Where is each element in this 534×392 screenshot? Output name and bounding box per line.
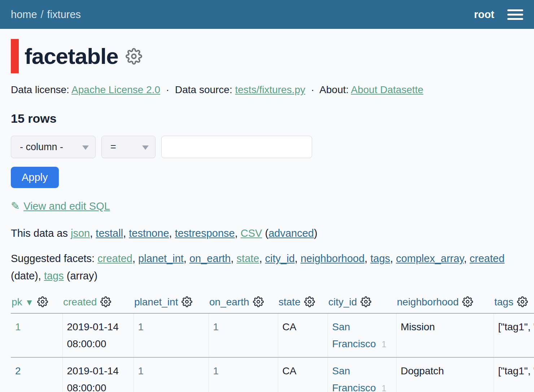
sort-descending-icon: ▼ (25, 297, 34, 307)
metadata-line: Data license: Apache License 2.0 · Data … (11, 84, 534, 96)
breadcrumb-home-link[interactable]: home (11, 9, 37, 20)
view-edit-sql-row: ✎View and edit SQL (11, 200, 534, 212)
filter-column-selected-value: - column - (20, 141, 63, 153)
export-link-testresponse[interactable]: testresponse (175, 227, 235, 239)
about-label: About: (319, 84, 349, 95)
export-links-row: This data as json, testall, testnone, te… (11, 227, 534, 239)
apply-button[interactable]: Apply (11, 167, 59, 188)
export-link-advanced[interactable]: advanced (268, 227, 314, 239)
view-edit-sql-link[interactable]: View and edit SQL (23, 200, 110, 212)
dot-separator: · (166, 84, 169, 95)
column-cog-icon[interactable] (181, 296, 192, 307)
row-count-heading: 15 rows (11, 112, 534, 126)
breadcrumb-separator: / (41, 9, 44, 20)
separator: , (169, 227, 175, 239)
suggested-facets-row: Suggested facets: created, planet_int, o… (11, 250, 527, 285)
cell-tags: ["tag1", "tag3"] (494, 357, 534, 392)
column-cog-icon[interactable] (253, 296, 264, 307)
column-header-state-link[interactable]: state (279, 296, 301, 308)
facet-link-created[interactable]: created (97, 253, 132, 264)
license-label: Data license: (11, 84, 69, 95)
column-header-planet-int: planet_int (134, 293, 209, 313)
export-link-testall[interactable]: testall (96, 227, 123, 239)
table-row: 2 2019-01-14 08:00:00 1 1 CA San Francis… (11, 357, 534, 392)
about-link[interactable]: About Datasette (351, 84, 424, 95)
cell-city-id: San Francisco 1 (328, 313, 396, 357)
column-header-city-id-link[interactable]: city_id (328, 296, 357, 308)
city-id-link[interactable]: San Francisco (332, 321, 376, 349)
cell-state: CA (278, 313, 328, 357)
facet-link-tags[interactable]: tags (370, 253, 390, 264)
facet-link-tags-array[interactable]: tags (44, 270, 64, 282)
facet-link-state[interactable]: state (237, 253, 259, 264)
logged-in-user-label: root (474, 9, 494, 21)
cell-planet-int: 1 (134, 357, 209, 392)
column-cog-icon[interactable] (360, 296, 371, 307)
column-cog-icon[interactable] (100, 296, 111, 307)
source-link[interactable]: tests/fixtures.py (235, 84, 306, 95)
column-header-planet-int-link[interactable]: planet_int (134, 296, 178, 308)
column-cog-icon[interactable] (304, 296, 315, 307)
breadcrumb: home/fixtures (11, 9, 81, 21)
separator: , (259, 253, 265, 264)
table-settings-gear-icon[interactable] (126, 48, 142, 65)
hamburger-menu-icon[interactable] (507, 9, 523, 20)
table-header-row: pk▼ created planet_int on_earth state ci… (11, 293, 534, 313)
separator: , (184, 253, 189, 264)
page-title-row: facetable (11, 39, 534, 73)
separator: (array) (64, 270, 97, 282)
export-link-testnone[interactable]: testnone (129, 227, 169, 239)
column-header-pk-link[interactable]: pk (12, 296, 22, 308)
facet-link-neighborhood[interactable]: neighborhood (301, 253, 364, 264)
export-link-csv[interactable]: CSV (241, 227, 262, 239)
column-header-on-earth-link[interactable]: on_earth (209, 296, 249, 308)
separator: , (90, 227, 96, 239)
column-header-tags: tags (494, 293, 534, 313)
row-pk-link[interactable]: 1 (15, 321, 21, 332)
filter-operator-selected-value: = (110, 141, 116, 153)
cell-planet-int: 1 (134, 313, 209, 357)
cell-neighborhood: Dogpatch (396, 357, 494, 392)
export-prefix: This data as (11, 227, 71, 239)
column-header-city-id: city_id (328, 293, 396, 313)
row-pk-link[interactable]: 2 (15, 365, 21, 376)
column-header-created-link[interactable]: created (63, 296, 97, 308)
column-cog-icon[interactable] (517, 296, 528, 307)
export-link-json[interactable]: json (71, 227, 90, 239)
dot-separator: · (311, 84, 314, 95)
city-id-link[interactable]: San Francisco (332, 365, 376, 392)
cell-state: CA (278, 357, 328, 392)
cell-on-earth: 1 (209, 313, 278, 357)
city-id-count-badge: 1 (382, 340, 386, 349)
cell-created: 2019-01-14 08:00:00 (62, 357, 134, 392)
cell-pk: 2 (11, 357, 62, 392)
column-cog-icon[interactable] (37, 296, 48, 307)
facet-link-complex-array[interactable]: complex_array (396, 253, 464, 264)
cell-tags: ["tag1", "tag2"] (494, 313, 534, 357)
separator: , (235, 227, 241, 239)
data-table: pk▼ created planet_int on_earth state ci… (11, 293, 534, 392)
facet-link-on-earth[interactable]: on_earth (189, 253, 231, 264)
source-label: Data source: (175, 84, 232, 95)
title-accent-bar (11, 39, 19, 73)
facet-link-planet-int[interactable]: planet_int (138, 253, 184, 264)
filter-column-select[interactable]: - column - (11, 136, 96, 158)
license-link[interactable]: Apache License 2.0 (71, 84, 160, 95)
separator: , (464, 253, 469, 264)
top-nav: home/fixtures root (0, 0, 534, 29)
table-row: 1 2019-01-14 08:00:00 1 1 CA San Francis… (11, 313, 534, 357)
filter-operator-select[interactable]: = (101, 136, 156, 158)
column-header-tags-link[interactable]: tags (494, 296, 513, 308)
column-cog-icon[interactable] (462, 296, 473, 307)
facet-link-created-date[interactable]: created (470, 253, 505, 264)
cell-pk: 1 (11, 313, 62, 357)
facet-link-city-id[interactable]: city_id (265, 253, 295, 264)
filter-value-input[interactable] (161, 136, 312, 158)
separator: , (390, 253, 396, 264)
cell-neighborhood: Mission (396, 313, 494, 357)
column-header-neighborhood: neighborhood (396, 293, 494, 313)
cell-on-earth: 1 (209, 357, 278, 392)
column-header-on-earth: on_earth (209, 293, 278, 313)
column-header-neighborhood-link[interactable]: neighborhood (397, 296, 459, 308)
breadcrumb-database-link[interactable]: fixtures (47, 9, 81, 20)
